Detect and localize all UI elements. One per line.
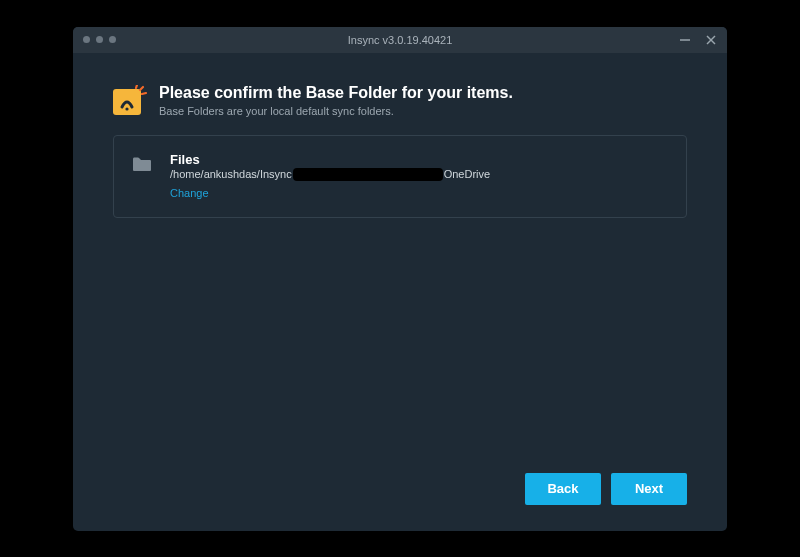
window-title: Insync v3.0.19.40421 <box>73 34 727 46</box>
svg-line-5 <box>140 87 143 90</box>
minimize-button[interactable] <box>679 34 691 46</box>
svg-point-4 <box>125 107 128 110</box>
footer-actions: Back Next <box>73 473 727 531</box>
svg-line-6 <box>142 93 146 94</box>
app-window: Insync v3.0.19.40421 <box>73 27 727 531</box>
back-button[interactable]: Back <box>525 473 601 505</box>
titlebar: Insync v3.0.19.40421 <box>73 27 727 53</box>
change-folder-link[interactable]: Change <box>170 187 209 199</box>
base-folder-card: Files /home/ankushdas/InsyncOneDrive Cha… <box>113 135 687 218</box>
page-header: Please confirm the Base Folder for your … <box>113 83 687 117</box>
folder-icon <box>132 156 152 172</box>
dot-icon <box>109 36 116 43</box>
base-folder-path: /home/ankushdas/InsyncOneDrive <box>170 168 490 181</box>
window-traffic-lights <box>83 36 116 43</box>
path-prefix: /home/ankushdas/Insync <box>170 168 292 180</box>
page-header-text: Please confirm the Base Folder for your … <box>159 83 513 117</box>
dot-icon <box>96 36 103 43</box>
next-button[interactable]: Next <box>611 473 687 505</box>
page-title: Please confirm the Base Folder for your … <box>159 83 513 103</box>
dot-icon <box>83 36 90 43</box>
window-controls <box>679 34 717 46</box>
close-button[interactable] <box>705 34 717 46</box>
path-suffix: OneDrive <box>444 168 490 180</box>
svg-line-7 <box>136 85 137 88</box>
page-subtitle: Base Folders are your local default sync… <box>159 105 513 117</box>
insync-app-icon <box>113 85 147 115</box>
base-folder-title: Files <box>170 152 490 167</box>
path-redacted <box>293 168 443 181</box>
content-area: Please confirm the Base Folder for your … <box>73 53 727 473</box>
base-folder-details: Files /home/ankushdas/InsyncOneDrive Cha… <box>170 152 490 201</box>
